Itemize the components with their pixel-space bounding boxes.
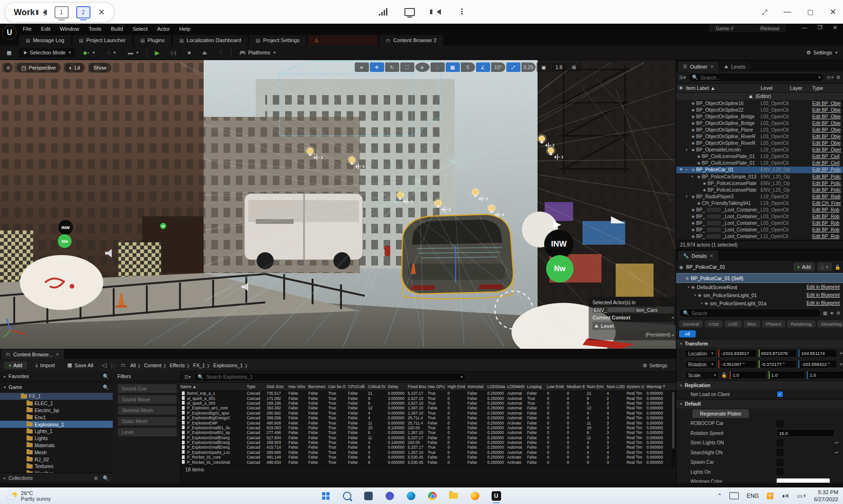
move-tool-icon[interactable]: ✛	[370, 62, 384, 72]
eye-column-icon[interactable]: 👁	[676, 85, 686, 91]
edit-blueprint-link[interactable]: Edit BP_Civil	[812, 154, 840, 159]
filter-icon[interactable]: ☰▾	[184, 374, 191, 380]
world-partition-badge[interactable]: INW	[544, 230, 574, 259]
chrome-icon[interactable]	[427, 490, 438, 501]
outliner-row[interactable]: 👁 ◉BP_CivilLicensePlate_01 L19_OpenCit E…	[676, 160, 843, 167]
folder-row[interactable]: Lghtn_1	[0, 428, 113, 435]
stop-button[interactable]: ■	[184, 48, 195, 57]
asset-row[interactable]: P_ExplosionSmall01_spCascad277.496False …	[180, 430, 676, 435]
editor-tab[interactable]: ▤ Localization Dashboard	[173, 35, 248, 45]
world-partition-badge[interactable]: w	[160, 223, 166, 229]
breadcrumb-item[interactable]: All	[130, 363, 136, 368]
save-all-button[interactable]: ▦Save All	[63, 361, 97, 370]
breadcrumb-item[interactable]: Effects	[170, 363, 185, 368]
speaker-icon[interactable]	[437, 9, 441, 15]
world-partition-badge[interactable]: Nw	[58, 234, 72, 248]
column-header[interactable]: High Emit	[448, 384, 467, 389]
cinematics-dropdown[interactable]: ▬▼	[124, 48, 143, 57]
scale-snap-icon[interactable]: ⤢	[506, 62, 520, 72]
edit-blueprint-link[interactable]: Edit CH_Frier	[812, 201, 841, 206]
expand-icon[interactable]: ⤢	[762, 9, 768, 16]
location-z-field[interactable]: 104.551174	[798, 349, 837, 357]
column-header[interactable]: Warmup T	[646, 384, 666, 389]
folder-row[interactable]: Explosions_1	[0, 421, 113, 428]
scale-snap-value[interactable]: 0.25	[521, 62, 536, 72]
column-header[interactable]: LODDista	[487, 384, 507, 389]
edit-blueprint-link[interactable]: Edit BP_Rob	[812, 221, 839, 226]
file-explorer-icon[interactable]	[448, 490, 459, 501]
outliner-settings-icon[interactable]: ⚙	[836, 75, 841, 80]
content-browser-tab[interactable]: 🗀Content Browse...✕	[1, 349, 64, 359]
add-button[interactable]: +Add	[4, 362, 27, 369]
menu-item[interactable]: File	[19, 25, 36, 33]
edit-blueprint-link[interactable]: Edit BP_Obje	[812, 141, 841, 146]
overlay-persistent[interactable]: (Persistent) ▾	[592, 332, 674, 337]
column-header[interactable]: CPUColli	[348, 384, 368, 389]
edit-in-blueprint-link[interactable]: Edit in Blueprint	[807, 292, 840, 298]
display-icon[interactable]	[404, 8, 415, 16]
frame-skip-button[interactable]: ▷|	[167, 48, 180, 57]
component-row[interactable]: ▾ ◈ sm_PoliceSirenLight_01a Edit in Blue…	[676, 299, 843, 307]
edit-in-blueprint-link[interactable]: Edit in Blueprint	[807, 301, 840, 306]
asset-row[interactable]: P_ExplosionSmall01_duCascad519.063False …	[180, 425, 676, 430]
world-partition-badge[interactable]: Nw	[546, 255, 574, 283]
layer-column[interactable]: Layer	[790, 85, 812, 91]
edit-blueprint-link[interactable]: Edit BP_Rob	[812, 227, 839, 232]
reset-property-icon[interactable]: ↩	[835, 450, 839, 455]
edit-blueprint-link[interactable]: Edit BP_Obje	[812, 101, 841, 106]
item-label-column[interactable]: Item Label ▲	[686, 85, 761, 91]
edit-blueprint-link[interactable]: Edit BP_Oper	[812, 147, 841, 152]
all-chip[interactable]: All	[679, 330, 696, 337]
asset-row[interactable]: P_Rocket_01_coreSmalCascad498.634False F…	[180, 460, 676, 464]
property-checkbox[interactable]	[777, 440, 783, 446]
select-tool-icon[interactable]: ➤	[355, 62, 369, 72]
edit-blueprint-link[interactable]: Edit BP_Obje	[812, 134, 841, 139]
edit-blueprint-link[interactable]: Edit BP_Radi	[812, 194, 840, 199]
edit-in-blueprint-link[interactable]: Edit in Blueprint	[807, 284, 840, 290]
outliner-row[interactable]: 👁 ◉BP_ObjectOnSpline_RiverR L03_OpenCit …	[676, 133, 843, 140]
filter-chip[interactable]: Level	[117, 428, 177, 436]
default-section-header[interactable]: ▾Default	[676, 399, 843, 408]
filter-chip[interactable]: Sound Wave	[117, 395, 177, 404]
asset-row[interactable]: P_ExplosionSmallEnergCascad258.903False …	[180, 440, 676, 445]
task-view-icon[interactable]	[363, 490, 374, 501]
touch-keyboard-icon[interactable]	[729, 492, 739, 499]
ue-restore-icon[interactable]: ❐	[817, 25, 822, 31]
property-input[interactable]: 15.0	[777, 429, 834, 437]
filter-chip[interactable]: Actor	[705, 320, 723, 327]
collections-footer[interactable]: ▸Collections ⊕🔍	[0, 473, 113, 483]
settings-label[interactable]: Settings	[813, 50, 832, 55]
filter-chip[interactable]: Rendering	[787, 320, 816, 327]
column-header[interactable]: Immortal	[467, 384, 487, 389]
outliner-row[interactable]: 👁 ▾◉BP_PoliceCarSimple_013 ENV_L20_Op Ed…	[676, 173, 843, 180]
filter-chip[interactable]: Misc	[744, 320, 761, 327]
asset-row[interactable]: Barrel_exp_a_1Cascad735.517False FalseTr…	[180, 391, 676, 396]
minimize-button[interactable]: —	[784, 8, 791, 16]
asset-row[interactable]: P_ExplosionSmallEnergCascad415.714False …	[180, 445, 676, 450]
weather-widget[interactable]: 26°CPartly sunny	[0, 490, 51, 502]
breadcrumb-item[interactable]: Content	[144, 363, 161, 368]
add-component-button[interactable]: +Add	[793, 263, 815, 271]
warning-tab[interactable]: ⚠	[308, 35, 378, 45]
rotation-z-field[interactable]: -103.558322 °	[798, 360, 837, 368]
volume-muted-icon[interactable]: 🕨✕	[781, 493, 789, 499]
game-header[interactable]: ▾Game🔍	[0, 382, 113, 392]
outliner-row[interactable]: 👁 ◉CH_FriendlyTalking941 L19_OpenCit Edi…	[676, 200, 843, 206]
eject-button[interactable]: ⏏	[198, 48, 211, 57]
column-header[interactable]: Can be O	[328, 384, 348, 389]
outliner-row[interactable]: 👁 ◉BP__Loot_Container_ L11_OpenCit Edit …	[676, 233, 843, 240]
edit-blueprint-link[interactable]: Edit BP_Obje	[812, 107, 841, 113]
perspective-dropdown[interactable]: ◳Perspective	[16, 62, 61, 73]
platforms-dropdown[interactable]: 🎮Platforms▼	[235, 48, 280, 57]
edit-blueprint-link[interactable]: Edit BP_Rob	[812, 214, 839, 219]
asset-row[interactable]: P_Explosion_air1_coreCascad393.382False …	[180, 406, 676, 410]
edit-blueprint-link[interactable]: Edit BP_Rob	[812, 207, 839, 212]
outliner-row[interactable]: 👁 ▾◉BP_OpenableLincoln L19_OpenCit Edit …	[676, 147, 843, 153]
outliner-search-input[interactable]: 🔍Search...▾	[688, 73, 824, 82]
rotation-x-field[interactable]: -3.351007 °	[718, 360, 757, 368]
search-icon[interactable]: 🔍	[103, 384, 109, 390]
component-row[interactable]: ◈ BP_PoliceCar_01 (Self)	[676, 273, 843, 283]
asset-row[interactable]: P_ExplosionBigEnergyCCascad399.556False …	[180, 416, 676, 420]
outliner-row[interactable]: 👁 ◉BP_ObjectOnSpline22 L03_OpenCit Edit …	[676, 106, 843, 113]
property-checkbox[interactable]	[777, 459, 783, 466]
